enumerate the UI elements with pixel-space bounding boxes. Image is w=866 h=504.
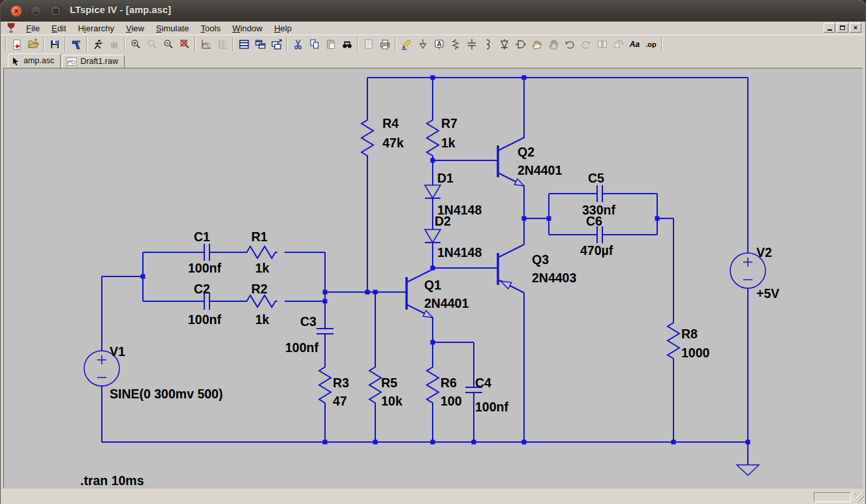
label-V1-ref[interactable]: V1 (110, 344, 125, 359)
menu-tools[interactable]: Tools (195, 23, 226, 34)
label-Q2-ref[interactable]: Q2 (518, 145, 534, 159)
mirror-button[interactable] (594, 37, 610, 52)
label-R3-ref[interactable]: R3 (333, 376, 349, 390)
save-button[interactable] (46, 37, 63, 52)
label-R7-ref[interactable]: R7 (441, 116, 457, 130)
resistor-button[interactable] (447, 37, 463, 52)
diode-D2-symbol[interactable] (425, 230, 441, 243)
label-Q3-value[interactable]: 2N4403 (532, 271, 576, 285)
label-Q1-ref[interactable]: Q1 (424, 278, 441, 292)
run-button[interactable] (89, 37, 106, 52)
label-net-button[interactable]: A (431, 37, 447, 52)
title-bar[interactable]: × LTspice IV - [amp.asc] (1, 0, 865, 22)
label-R5-value[interactable]: 10k (381, 394, 403, 408)
text-button[interactable]: Aa (626, 37, 643, 52)
resistor-R2-symbol[interactable] (245, 295, 277, 307)
tile-windows-button[interactable] (236, 37, 252, 52)
label-R6-value[interactable]: 100 (441, 394, 462, 408)
label-D2-value[interactable]: 1N4148 (437, 245, 482, 259)
zoom-full-extents-button[interactable] (176, 37, 193, 52)
resistor-R7-symbol[interactable] (427, 118, 439, 158)
component-button[interactable] (512, 37, 529, 52)
menu-window[interactable]: Window (226, 23, 268, 34)
label-R2-ref[interactable]: R2 (251, 282, 268, 296)
menu-edit[interactable]: Edit (46, 23, 72, 34)
label-R5-ref[interactable]: R5 (381, 376, 397, 390)
menu-file[interactable]: File (20, 23, 46, 34)
label-Q2-value[interactable]: 2N4401 (518, 163, 562, 177)
move-button[interactable] (529, 37, 545, 52)
label-C6-ref[interactable]: C6 (586, 214, 602, 228)
redo-button[interactable] (578, 37, 594, 52)
capacitor-C5-symbol[interactable] (597, 185, 602, 202)
mdi-restore-button[interactable] (837, 23, 848, 33)
schematic-canvas[interactable]: V1 SINE(0 300mv 500) C1 100nf R1 1k C2 1… (3, 68, 863, 488)
capacitor-C1-symbol[interactable] (204, 244, 209, 261)
minimize-button[interactable] (30, 5, 42, 17)
label-R4-ref[interactable]: R4 (382, 116, 399, 130)
label-R3-value[interactable]: 47 (333, 394, 347, 408)
spice-directive-text[interactable]: .tran 10ms (80, 473, 144, 488)
resistor-R3-symbol[interactable] (319, 365, 331, 405)
resize-grip[interactable] (854, 493, 864, 503)
menu-simulate[interactable]: Simulate (150, 23, 195, 34)
halt-button[interactable] (106, 37, 122, 52)
label-R6-ref[interactable]: R6 (441, 376, 457, 390)
label-R7-value[interactable]: 1k (441, 136, 456, 150)
label-V1-value[interactable]: SINE(0 300mv 500) (110, 387, 223, 401)
new-schematic-button[interactable] (8, 37, 25, 52)
undo-button[interactable] (561, 37, 578, 52)
maximize-button[interactable] (50, 5, 61, 17)
open-file-button[interactable] (25, 37, 41, 52)
mdi-minimize-button[interactable] (824, 23, 835, 33)
resistor-R5-symbol[interactable] (369, 365, 381, 405)
capacitor-C6-symbol[interactable] (597, 226, 602, 243)
label-V2-ref[interactable]: V2 (756, 245, 772, 259)
label-D1-ref[interactable]: D1 (437, 171, 454, 185)
print-preview-button[interactable] (360, 37, 377, 52)
label-R8-ref[interactable]: R8 (681, 327, 698, 341)
ground-symbol[interactable] (737, 465, 759, 475)
autorange-pane-button[interactable] (214, 37, 230, 52)
spice-directive-button[interactable]: .op (643, 37, 659, 52)
transistor-Q3-symbol[interactable] (498, 245, 524, 293)
label-Q1-value[interactable]: 2N4401 (424, 296, 469, 310)
resistor-R4-symbol[interactable] (362, 118, 373, 158)
resistor-R8-symbol[interactable] (668, 321, 679, 361)
ground-button[interactable] (414, 37, 431, 52)
label-R2-value[interactable]: 1k (255, 312, 270, 327)
drag-button[interactable] (545, 37, 561, 52)
print-button[interactable] (377, 37, 393, 52)
zoom-in-button[interactable] (127, 37, 144, 52)
label-R1-value[interactable]: 1k (255, 261, 270, 275)
label-C4-value[interactable]: 100nf (475, 400, 508, 414)
zoom-out-button[interactable] (160, 37, 176, 52)
paste-button[interactable] (322, 37, 339, 52)
inductor-button[interactable] (480, 37, 496, 52)
label-C1-value[interactable]: 100nf (188, 261, 221, 275)
menu-hierarchy[interactable]: Hierarchy (72, 23, 120, 34)
mdi-close-button[interactable]: × (850, 23, 861, 33)
diode-button[interactable] (496, 37, 512, 52)
close-button[interactable]: × (10, 5, 22, 17)
label-R4-value[interactable]: 47k (382, 136, 404, 150)
tab-draft1-raw[interactable]: Draft1.raw (62, 55, 125, 68)
diode-D1-symbol[interactable] (425, 185, 441, 198)
menu-view[interactable]: View (120, 23, 150, 34)
draw-wire-button[interactable] (398, 37, 414, 52)
label-C2-ref[interactable]: C2 (194, 282, 210, 296)
capacitor-button[interactable] (463, 37, 480, 52)
label-C6-value[interactable]: 470µf (580, 243, 613, 258)
label-C3-ref[interactable]: C3 (300, 314, 317, 329)
label-D2-ref[interactable]: D2 (435, 214, 451, 228)
cut-button[interactable] (290, 37, 306, 52)
resistor-R6-symbol[interactable] (427, 365, 439, 405)
label-C2-value[interactable]: 100nf (188, 312, 221, 327)
tab-amp-asc[interactable]: amp.asc (8, 53, 61, 68)
label-Q3-ref[interactable]: Q3 (532, 252, 549, 267)
copy-button[interactable] (306, 37, 322, 52)
rotate-button[interactable] (610, 37, 626, 52)
cascade-new-window-button[interactable] (268, 37, 285, 52)
capacitor-C3-symbol[interactable] (317, 329, 333, 334)
control-panel-button[interactable] (68, 37, 84, 52)
